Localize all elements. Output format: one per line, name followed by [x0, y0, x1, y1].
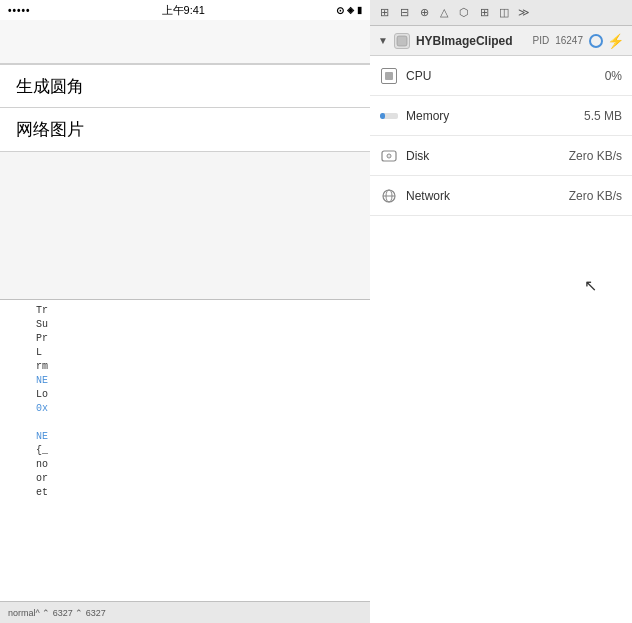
- memory-value: 5.5 MB: [584, 109, 622, 123]
- status-text: normal^ ⌃ 6327 ⌃ 6327: [8, 608, 106, 618]
- toolbar-icon-8[interactable]: ≫: [516, 5, 532, 21]
- memory-icon: [380, 107, 398, 125]
- wifi-icon: ⊙: [336, 5, 344, 16]
- code-line: Pr: [8, 332, 362, 346]
- disk-label: Disk: [406, 149, 561, 163]
- code-line: Lo: [8, 388, 362, 402]
- process-pid-value: 16247: [555, 35, 583, 46]
- code-editor: Tr Su Pr L rm NE Lo 0x NE {_ no or et: [0, 300, 370, 601]
- toolbar-icon-1[interactable]: ⊞: [376, 5, 392, 21]
- code-line: NE: [8, 374, 362, 388]
- svg-point-3: [389, 155, 390, 156]
- resource-row-memory[interactable]: Memory 5.5 MB: [370, 96, 632, 136]
- code-line: [8, 416, 362, 430]
- ios-status-bar: ••••• 上午9:41 ⊙ ◈ ▮: [0, 0, 370, 20]
- cpu-icon: [380, 67, 398, 85]
- network-value: Zero KB/s: [569, 189, 622, 203]
- code-line: L: [8, 346, 362, 360]
- simulator-area: ••••• 上午9:41 ⊙ ◈ ▮ 生成圆角 网络图片: [0, 0, 370, 300]
- table-row[interactable]: 网络图片: [0, 108, 370, 152]
- xcode-toolbar: ⊞ ⊟ ⊕ △ ⬡ ⊞ ◫ ≫: [370, 0, 632, 26]
- toolbar-icon-5[interactable]: ⬡: [456, 5, 472, 21]
- cursor-indicator: ↖: [584, 276, 597, 295]
- code-line: no: [8, 458, 362, 472]
- status-circle-icon: [589, 34, 603, 48]
- code-line: or: [8, 472, 362, 486]
- cpu-label: CPU: [406, 69, 597, 83]
- bottom-status-bar: normal^ ⌃ 6327 ⌃ 6327: [0, 601, 370, 623]
- disk-value: Zero KB/s: [569, 149, 622, 163]
- cell-label: 生成圆角: [16, 75, 84, 98]
- resource-row-network[interactable]: Network Zero KB/s: [370, 176, 632, 216]
- network-icon: [380, 187, 398, 205]
- svg-rect-0: [397, 36, 407, 46]
- ios-nav-bar: [0, 20, 370, 64]
- status-left: •••••: [8, 5, 31, 16]
- location-icon: ◈: [347, 5, 354, 15]
- battery-icon: ▮: [357, 5, 362, 15]
- code-line: NE: [8, 430, 362, 444]
- process-pid-label: PID: [533, 35, 550, 46]
- disk-icon: [380, 147, 398, 165]
- resource-row-disk[interactable]: Disk Zero KB/s: [370, 136, 632, 176]
- time-display: 上午9:41: [162, 3, 205, 18]
- toolbar-icon-2[interactable]: ⊟: [396, 5, 412, 21]
- collapse-arrow[interactable]: ▼: [378, 35, 388, 46]
- ios-table: 生成圆角 网络图片: [0, 64, 370, 152]
- table-row[interactable]: 生成圆角: [0, 64, 370, 108]
- cpu-value: 0%: [605, 69, 622, 83]
- network-label: Network: [406, 189, 561, 203]
- ios-section: 生成圆角 网络图片: [0, 64, 370, 152]
- status-right: ⊙ ◈ ▮: [336, 5, 362, 16]
- process-name: HYBImageCliped: [416, 34, 527, 48]
- signal-icon: •••••: [8, 5, 31, 16]
- process-app-icon: [394, 33, 410, 49]
- resource-row-cpu[interactable]: CPU 0%: [370, 56, 632, 96]
- process-status: ⚡: [589, 33, 624, 49]
- code-line: rm: [8, 360, 362, 374]
- toolbar-icon-6[interactable]: ⊞: [476, 5, 492, 21]
- instruments-panel: ⊞ ⊟ ⊕ △ ⬡ ⊞ ◫ ≫ ▼ HYBImageCliped PID 162…: [370, 0, 632, 623]
- waveform-icon: ⚡: [607, 33, 624, 49]
- toolbar-icon-4[interactable]: △: [436, 5, 452, 21]
- code-line: 0x: [8, 402, 362, 416]
- memory-label: Memory: [406, 109, 576, 123]
- code-content: Tr Su Pr L rm NE Lo 0x NE {_ no or et: [0, 300, 370, 504]
- code-line: Tr: [8, 304, 362, 318]
- code-line: {_: [8, 444, 362, 458]
- cell-label: 网络图片: [16, 118, 84, 141]
- memory-bar-fill: [380, 113, 385, 119]
- code-line: Su: [8, 318, 362, 332]
- code-line: et: [8, 486, 362, 500]
- process-row: ▼ HYBImageCliped PID 16247 ⚡: [370, 26, 632, 56]
- toolbar-icon-7[interactable]: ◫: [496, 5, 512, 21]
- toolbar-icon-3[interactable]: ⊕: [416, 5, 432, 21]
- resource-list: CPU 0% Memory 5.5 MB Disk Zero: [370, 56, 632, 623]
- left-panel: ••••• 上午9:41 ⊙ ◈ ▮ 生成圆角 网络图片: [0, 0, 370, 623]
